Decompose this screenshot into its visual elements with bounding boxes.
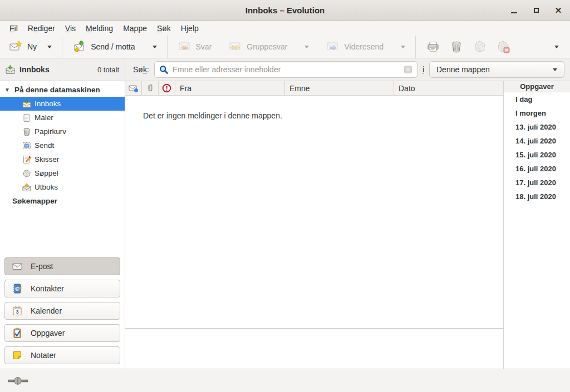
titlebar[interactable]: Innboks – Evolution ✕: [0, 0, 570, 21]
reply-all-icon: [228, 40, 242, 53]
message-status-icon: [129, 84, 139, 93]
reply-icon: [178, 40, 191, 53]
switcher-tasks-button[interactable]: Oppgaver: [4, 324, 120, 342]
search-entry[interactable]: [154, 61, 417, 78]
task-group-date[interactable]: 14. juli 2020: [504, 134, 570, 148]
tasks-icon: [12, 328, 23, 339]
column-from[interactable]: Fra: [175, 81, 285, 95]
paperclip-icon: [146, 83, 155, 93]
window-controls: ✕: [507, 0, 566, 20]
trash-icon: [22, 127, 31, 136]
maximize-icon: [534, 8, 539, 13]
search-row: Innboks 0 totalt Søk: i Denne mappen: [0, 58, 570, 81]
close-button[interactable]: ✕: [551, 3, 566, 17]
toolbar-separator: [62, 36, 62, 58]
svg-text:@: @: [14, 286, 19, 291]
column-date[interactable]: Dato: [394, 81, 503, 95]
templates-icon: [22, 113, 31, 122]
close-icon: ✕: [555, 6, 562, 14]
folder-innboks[interactable]: Innboks: [0, 97, 125, 111]
message-list-header: Fra Emne Dato: [125, 81, 503, 96]
not-junk-button[interactable]: [492, 38, 515, 56]
folder-message-count: 0 totalt: [97, 66, 119, 74]
task-group-date[interactable]: 17. juli 2020: [504, 176, 570, 190]
new-message-button[interactable]: Ny: [4, 37, 56, 56]
delete-button[interactable]: [445, 38, 468, 56]
task-group-tomorrow[interactable]: I morgen: [504, 106, 570, 120]
toolbar-separator: [167, 36, 168, 58]
task-group-date[interactable]: 16. juli 2020: [504, 162, 570, 176]
scope-dropdown-arrow-icon: [553, 68, 557, 71]
menubar: Fil Rediger Vis Melding Mappe Søk Hjelp: [0, 21, 570, 36]
menu-fil[interactable]: Fil: [4, 22, 23, 34]
search-scope-dropdown[interactable]: Denne mappen: [429, 61, 564, 78]
folder-papirkurv[interactable]: Papirkurv: [0, 125, 125, 138]
folder-soppel[interactable]: Søppel: [0, 166, 125, 180]
expander-icon[interactable]: ▼: [4, 87, 11, 93]
junk-icon: [473, 40, 487, 53]
message-list-pane: Fra Emne Dato Det er ingen meldinger i d…: [125, 81, 503, 369]
contacts-icon: @: [12, 283, 23, 294]
switcher-calendar-button[interactable]: 3 Kalender: [4, 302, 120, 320]
online-status-plug-icon: [8, 376, 28, 385]
folder-sendt[interactable]: Sendt: [0, 138, 125, 152]
folder-maler[interactable]: Maler: [0, 111, 125, 125]
not-junk-icon: [497, 40, 510, 53]
minimize-icon: [511, 12, 517, 13]
task-group-date[interactable]: 15. juli 2020: [504, 148, 570, 162]
reply-all-button[interactable]: Gruppesvar: [224, 37, 313, 56]
toolbar-overflow-icon[interactable]: [554, 46, 559, 48]
tree-root-search-folders[interactable]: Søkemapper: [0, 194, 125, 208]
maximize-button[interactable]: [529, 3, 543, 17]
menu-mappe[interactable]: Mappe: [118, 22, 152, 34]
search-in-label: i: [422, 65, 424, 74]
inbox-icon: [6, 65, 15, 75]
send-receive-button[interactable]: Send / motta: [68, 37, 161, 56]
drafts-icon: [22, 155, 31, 164]
content: ▼ På denne datamaskinen Innboks Maler: [0, 81, 570, 369]
minimize-button[interactable]: [507, 3, 521, 17]
preview-pane: [125, 329, 503, 369]
folder-skisser[interactable]: Skisser: [0, 152, 125, 166]
folder-tree: ▼ På denne datamaskinen Innboks Maler: [0, 81, 125, 208]
search-label: Søk:: [133, 65, 149, 74]
window-title: Innboks – Evolution: [0, 6, 570, 15]
switcher-notes-button[interactable]: Notater: [4, 346, 120, 364]
menu-hjelp[interactable]: Hjelp: [176, 22, 204, 34]
forward-button[interactable]: Videresend: [321, 37, 410, 56]
notes-icon: [12, 350, 23, 361]
column-priority[interactable]: [159, 81, 175, 95]
search-input[interactable]: [173, 65, 400, 74]
switcher-contacts-button[interactable]: @ Kontakter: [4, 280, 120, 297]
junk-button[interactable]: [468, 38, 492, 56]
tasks-panel-title: Oppgaver: [504, 81, 570, 92]
menu-melding[interactable]: Melding: [81, 22, 118, 34]
message-list-body[interactable]: Det er ingen meldinger i denne mappen.: [125, 96, 503, 328]
toolbar: Ny Send / motta Svar Gruppesvar: [0, 36, 570, 58]
menu-rediger[interactable]: Rediger: [23, 22, 60, 34]
clear-search-icon[interactable]: [404, 65, 412, 74]
tree-root-on-this-computer[interactable]: ▼ På denne datamaskinen: [0, 83, 125, 97]
switcher-mail-button[interactable]: E-post: [4, 257, 120, 275]
priority-icon: [162, 83, 171, 93]
print-icon: [426, 40, 440, 53]
forward-icon: [326, 40, 339, 53]
junk-folder-icon: [22, 169, 31, 178]
delete-icon: [450, 40, 463, 53]
send-receive-icon: [72, 40, 86, 53]
task-group-date[interactable]: 13. juli 2020: [504, 120, 570, 134]
menu-sok[interactable]: Søk: [152, 22, 176, 34]
new-mail-icon: [9, 40, 22, 53]
view-switcher: E-post @ Kontakter 3 Kalender: [0, 253, 125, 369]
task-group-today[interactable]: I dag: [504, 92, 570, 106]
column-subject[interactable]: Emne: [285, 81, 394, 95]
folder-utboks[interactable]: Utboks: [0, 180, 125, 194]
column-attachment[interactable]: [142, 81, 159, 95]
reply-button[interactable]: Svar: [173, 37, 217, 56]
sent-icon: [22, 141, 31, 150]
column-status[interactable]: [125, 81, 142, 95]
menu-vis[interactable]: Vis: [60, 22, 81, 34]
print-button[interactable]: [421, 38, 445, 56]
forward-dropdown-icon: [401, 46, 405, 48]
task-group-date[interactable]: 18. juli 2020: [504, 190, 570, 204]
